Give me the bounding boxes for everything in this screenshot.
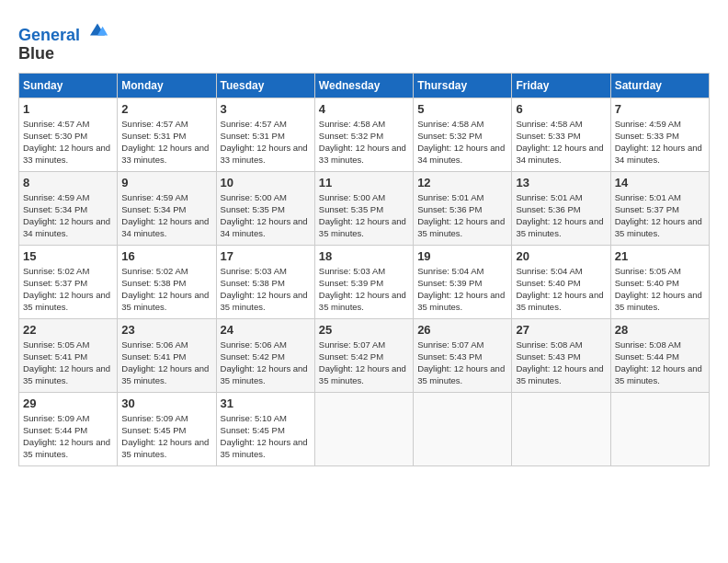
day-number: 19 <box>417 249 507 263</box>
day-number: 24 <box>221 323 311 337</box>
calendar-day-cell <box>610 392 709 465</box>
calendar-day-cell: 21 Sunrise: 5:05 AMSunset: 5:40 PMDaylig… <box>610 245 709 318</box>
day-info: Sunrise: 5:08 AMSunset: 5:43 PMDaylight:… <box>516 339 603 386</box>
day-number: 14 <box>615 176 705 190</box>
day-number: 6 <box>516 102 606 116</box>
day-number: 25 <box>319 323 409 337</box>
calendar-body: 1 Sunrise: 4:57 AMSunset: 5:30 PMDayligh… <box>19 98 710 465</box>
weekday-header-sunday: Sunday <box>19 73 118 98</box>
day-info: Sunrise: 5:00 AMSunset: 5:35 PMDaylight:… <box>319 192 406 239</box>
calendar-day-cell: 4 Sunrise: 4:58 AMSunset: 5:32 PMDayligh… <box>314 98 413 171</box>
calendar-day-cell: 11 Sunrise: 5:00 AMSunset: 5:35 PMDaylig… <box>314 171 413 245</box>
day-info: Sunrise: 5:04 AMSunset: 5:39 PMDaylight:… <box>417 266 505 313</box>
day-number: 13 <box>516 176 606 190</box>
calendar-day-cell: 14 Sunrise: 5:01 AMSunset: 5:37 PMDaylig… <box>610 171 709 245</box>
calendar-day-cell: 7 Sunrise: 4:59 AMSunset: 5:33 PMDayligh… <box>610 98 709 171</box>
calendar-week-row: 22 Sunrise: 5:05 AMSunset: 5:41 PMDaylig… <box>19 318 710 392</box>
day-info: Sunrise: 5:01 AMSunset: 5:36 PMDaylight:… <box>417 192 505 239</box>
calendar-day-cell: 9 Sunrise: 4:59 AMSunset: 5:34 PMDayligh… <box>118 171 216 245</box>
day-number: 28 <box>615 323 705 337</box>
day-info: Sunrise: 5:00 AMSunset: 5:35 PMDaylight:… <box>221 192 308 239</box>
day-number: 27 <box>516 323 606 337</box>
calendar-day-cell <box>414 392 512 465</box>
weekday-header-wednesday: Wednesday <box>314 73 413 98</box>
calendar-week-row: 8 Sunrise: 4:59 AMSunset: 5:34 PMDayligh… <box>19 171 710 245</box>
calendar-day-cell <box>512 392 610 465</box>
day-number: 1 <box>23 102 113 116</box>
day-info: Sunrise: 5:05 AMSunset: 5:41 PMDaylight:… <box>23 339 110 386</box>
calendar-day-cell: 27 Sunrise: 5:08 AMSunset: 5:43 PMDaylig… <box>512 318 610 392</box>
day-number: 3 <box>221 102 311 116</box>
calendar-day-cell: 31 Sunrise: 5:10 AMSunset: 5:45 PMDaylig… <box>216 392 314 465</box>
calendar-header-row: SundayMondayTuesdayWednesdayThursdayFrid… <box>19 73 710 98</box>
logo: General Blue <box>18 18 108 63</box>
day-number: 26 <box>417 323 507 337</box>
day-info: Sunrise: 4:57 AMSunset: 5:31 PMDaylight:… <box>121 119 209 166</box>
calendar-day-cell: 29 Sunrise: 5:09 AMSunset: 5:44 PMDaylig… <box>19 392 118 465</box>
calendar-day-cell: 22 Sunrise: 5:05 AMSunset: 5:41 PMDaylig… <box>19 318 118 392</box>
weekday-header-monday: Monday <box>118 73 216 98</box>
calendar-day-cell: 1 Sunrise: 4:57 AMSunset: 5:30 PMDayligh… <box>19 98 118 171</box>
calendar-day-cell: 30 Sunrise: 5:09 AMSunset: 5:45 PMDaylig… <box>118 392 216 465</box>
day-number: 4 <box>319 102 409 116</box>
day-info: Sunrise: 4:59 AMSunset: 5:33 PMDaylight:… <box>615 119 702 166</box>
calendar-week-row: 29 Sunrise: 5:09 AMSunset: 5:44 PMDaylig… <box>19 392 710 465</box>
day-number: 23 <box>121 323 211 337</box>
day-info: Sunrise: 5:07 AMSunset: 5:42 PMDaylight:… <box>319 339 406 386</box>
day-info: Sunrise: 5:02 AMSunset: 5:37 PMDaylight:… <box>23 266 110 313</box>
weekday-header-tuesday: Tuesday <box>216 73 314 98</box>
day-number: 20 <box>516 249 606 263</box>
day-number: 5 <box>417 102 507 116</box>
day-info: Sunrise: 4:58 AMSunset: 5:32 PMDaylight:… <box>319 119 406 166</box>
day-number: 30 <box>121 396 211 410</box>
day-info: Sunrise: 5:04 AMSunset: 5:40 PMDaylight:… <box>516 266 603 313</box>
calendar-day-cell: 26 Sunrise: 5:07 AMSunset: 5:43 PMDaylig… <box>414 318 512 392</box>
calendar-day-cell: 20 Sunrise: 5:04 AMSunset: 5:40 PMDaylig… <box>512 245 610 318</box>
page-header: General Blue <box>18 18 710 63</box>
day-info: Sunrise: 4:57 AMSunset: 5:30 PMDaylight:… <box>23 119 110 166</box>
calendar-day-cell: 16 Sunrise: 5:02 AMSunset: 5:38 PMDaylig… <box>118 245 216 318</box>
day-info: Sunrise: 5:06 AMSunset: 5:42 PMDaylight:… <box>221 339 308 386</box>
calendar-day-cell: 5 Sunrise: 4:58 AMSunset: 5:32 PMDayligh… <box>414 98 512 171</box>
weekday-header-thursday: Thursday <box>414 73 512 98</box>
calendar-day-cell: 10 Sunrise: 5:00 AMSunset: 5:35 PMDaylig… <box>216 171 314 245</box>
calendar-day-cell: 6 Sunrise: 4:58 AMSunset: 5:33 PMDayligh… <box>512 98 610 171</box>
day-number: 31 <box>221 396 311 410</box>
calendar-day-cell: 2 Sunrise: 4:57 AMSunset: 5:31 PMDayligh… <box>118 98 216 171</box>
day-info: Sunrise: 5:01 AMSunset: 5:36 PMDaylight:… <box>516 192 603 239</box>
day-number: 10 <box>221 176 311 190</box>
calendar-day-cell: 23 Sunrise: 5:06 AMSunset: 5:41 PMDaylig… <box>118 318 216 392</box>
logo-text: General Blue <box>18 18 108 63</box>
day-number: 7 <box>615 102 705 116</box>
day-number: 12 <box>417 176 507 190</box>
logo-icon <box>86 18 108 40</box>
day-info: Sunrise: 5:06 AMSunset: 5:41 PMDaylight:… <box>121 339 209 386</box>
day-info: Sunrise: 5:03 AMSunset: 5:38 PMDaylight:… <box>221 266 308 313</box>
calendar-day-cell: 17 Sunrise: 5:03 AMSunset: 5:38 PMDaylig… <box>216 245 314 318</box>
day-info: Sunrise: 5:10 AMSunset: 5:45 PMDaylight:… <box>221 413 308 460</box>
weekday-header-saturday: Saturday <box>610 73 709 98</box>
day-info: Sunrise: 5:09 AMSunset: 5:44 PMDaylight:… <box>23 413 110 460</box>
calendar-day-cell: 3 Sunrise: 4:57 AMSunset: 5:31 PMDayligh… <box>216 98 314 171</box>
day-number: 21 <box>615 249 705 263</box>
day-info: Sunrise: 5:02 AMSunset: 5:38 PMDaylight:… <box>121 266 209 313</box>
calendar-day-cell: 24 Sunrise: 5:06 AMSunset: 5:42 PMDaylig… <box>216 318 314 392</box>
calendar-day-cell: 25 Sunrise: 5:07 AMSunset: 5:42 PMDaylig… <box>314 318 413 392</box>
day-number: 2 <box>121 102 211 116</box>
calendar-day-cell: 8 Sunrise: 4:59 AMSunset: 5:34 PMDayligh… <box>19 171 118 245</box>
day-number: 17 <box>221 249 311 263</box>
day-number: 29 <box>23 396 113 410</box>
calendar-day-cell: 18 Sunrise: 5:03 AMSunset: 5:39 PMDaylig… <box>314 245 413 318</box>
day-info: Sunrise: 4:58 AMSunset: 5:32 PMDaylight:… <box>417 119 505 166</box>
day-number: 16 <box>121 249 211 263</box>
day-number: 15 <box>23 249 113 263</box>
day-number: 18 <box>319 249 409 263</box>
calendar-day-cell: 12 Sunrise: 5:01 AMSunset: 5:36 PMDaylig… <box>414 171 512 245</box>
day-number: 11 <box>319 176 409 190</box>
calendar-day-cell: 19 Sunrise: 5:04 AMSunset: 5:39 PMDaylig… <box>414 245 512 318</box>
calendar-day-cell: 13 Sunrise: 5:01 AMSunset: 5:36 PMDaylig… <box>512 171 610 245</box>
day-info: Sunrise: 5:05 AMSunset: 5:40 PMDaylight:… <box>615 266 702 313</box>
calendar-week-row: 1 Sunrise: 4:57 AMSunset: 5:30 PMDayligh… <box>19 98 710 171</box>
day-info: Sunrise: 4:59 AMSunset: 5:34 PMDaylight:… <box>121 192 209 239</box>
day-info: Sunrise: 5:07 AMSunset: 5:43 PMDaylight:… <box>417 339 505 386</box>
